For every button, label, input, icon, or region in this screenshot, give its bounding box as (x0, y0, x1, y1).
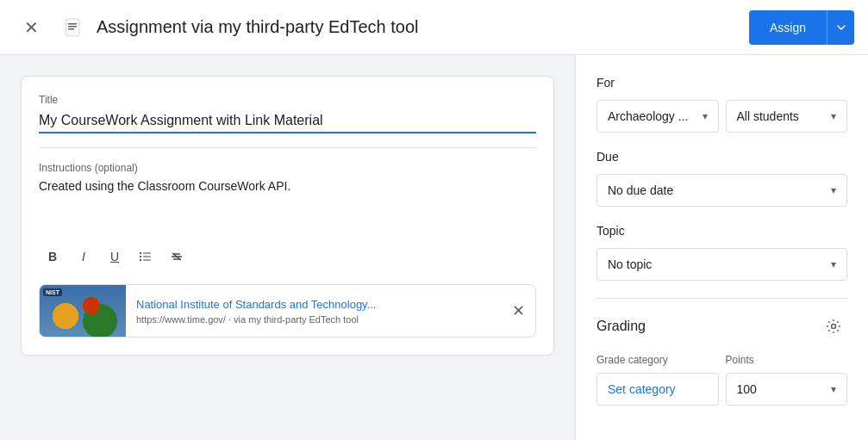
grading-divider (596, 298, 847, 299)
class-select[interactable]: Archaeology ... ▾ (596, 100, 719, 133)
points-col: Points 100 ▾ (726, 354, 848, 406)
instructions-label: Instructions (optional) (39, 162, 536, 174)
strikethrough-button[interactable] (163, 243, 190, 270)
attachment-title[interactable]: National Institute of Standards and Tech… (136, 298, 490, 311)
svg-rect-9 (143, 260, 151, 261)
for-label: For (596, 76, 847, 90)
grade-category-col: Grade category Set category (596, 354, 719, 406)
attachment-thumbnail: NIST (40, 285, 126, 337)
attachment-url-text: https://www.time.gov/ (136, 314, 226, 325)
due-date-value: No due date (608, 183, 673, 197)
class-chevron-icon: ▾ (703, 110, 708, 122)
svg-rect-6 (140, 256, 141, 257)
list-button[interactable] (132, 243, 159, 270)
assignment-card: Title Instructions (optional) Created us… (21, 76, 554, 356)
attachment-url: https://www.time.gov/ · via my third-par… (136, 314, 490, 325)
class-select-value: Archaeology ... (608, 109, 688, 123)
title-field-group: Title (39, 94, 536, 133)
set-category-button[interactable]: Set category (596, 373, 719, 406)
svg-rect-1 (68, 23, 77, 25)
points-value: 100 (737, 382, 757, 396)
topic-value: No topic (608, 257, 652, 271)
attachment-close-button[interactable]: ✕ (501, 294, 535, 328)
due-date-chevron-icon: ▾ (831, 184, 836, 196)
svg-rect-7 (143, 257, 151, 257)
italic-button[interactable]: I (70, 243, 97, 270)
points-chevron-icon: ▾ (831, 383, 836, 395)
svg-rect-0 (66, 19, 79, 36)
assign-dropdown-button[interactable] (827, 10, 854, 45)
attachment-via-text: · via my third-party EdTech tool (228, 314, 359, 325)
left-panel: Title Instructions (optional) Created us… (0, 55, 575, 440)
doc-icon (55, 10, 90, 45)
svg-rect-8 (140, 259, 141, 261)
attachment-info: National Institute of Standards and Tech… (126, 291, 501, 332)
instructions-text[interactable]: Created using the Classroom CourseWork A… (39, 177, 536, 229)
topic-chevron-icon: ▾ (831, 258, 836, 270)
main-layout: Title Instructions (optional) Created us… (0, 55, 868, 440)
underline-button[interactable]: U (101, 243, 128, 270)
students-select[interactable]: All students ▾ (726, 100, 848, 133)
grading-title: Grading (596, 319, 646, 334)
grading-row: Grade category Set category Points 100 ▾ (596, 354, 847, 406)
close-button[interactable]: ✕ (14, 10, 48, 45)
title-label: Title (39, 94, 536, 106)
svg-rect-4 (140, 252, 141, 254)
title-input[interactable] (39, 109, 536, 133)
text-toolbar: B I U (39, 243, 536, 270)
svg-rect-5 (143, 253, 151, 254)
grade-category-label: Grade category (596, 354, 719, 366)
points-label: Points (726, 354, 848, 366)
right-panel: For Archaeology ... ▾ All students ▾ Due… (575, 55, 868, 440)
attachment: NIST National Institute of Standards and… (39, 284, 536, 338)
for-select-row: Archaeology ... ▾ All students ▾ (596, 100, 847, 133)
top-bar: ✕ Assignment via my third-party EdTech t… (0, 0, 868, 55)
points-select[interactable]: 100 ▾ (726, 373, 848, 406)
grading-settings-button[interactable] (820, 313, 847, 340)
attachment-logo: NIST (43, 288, 62, 296)
students-chevron-icon: ▾ (831, 110, 836, 122)
grading-header: Grading (596, 313, 847, 340)
topic-select[interactable]: No topic ▾ (596, 248, 847, 281)
due-label: Due (596, 150, 847, 164)
svg-rect-3 (68, 28, 74, 30)
page-title: Assignment via my third-party EdTech too… (97, 17, 749, 37)
bold-button[interactable]: B (39, 243, 66, 270)
assign-button[interactable]: Assign (749, 10, 827, 45)
topic-label: Topic (596, 224, 847, 238)
svg-point-14 (832, 325, 836, 329)
title-divider (39, 147, 536, 148)
instructions-field-group: Instructions (optional) Created using th… (39, 162, 536, 229)
assign-group: Assign (749, 10, 854, 45)
svg-rect-2 (68, 26, 77, 28)
due-date-select[interactable]: No due date ▾ (596, 174, 847, 207)
students-select-value: All students (737, 109, 799, 123)
